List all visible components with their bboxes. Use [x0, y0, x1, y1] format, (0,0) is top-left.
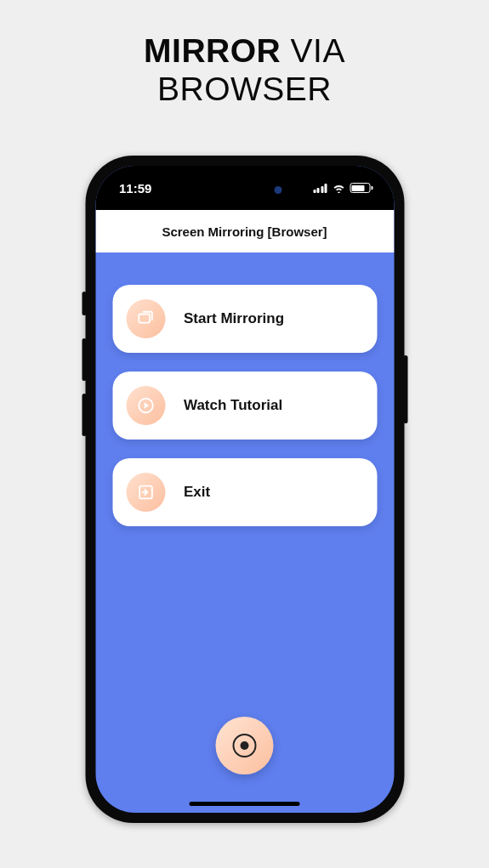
play-icon — [126, 386, 165, 425]
home-indicator — [190, 802, 300, 806]
record-button[interactable] — [216, 717, 274, 774]
promo-heading: MIRROR VIA BROWSER — [0, 0, 489, 109]
phone-side-button — [82, 292, 86, 315]
watch-tutorial-button[interactable]: Watch Tutorial — [112, 372, 377, 440]
card-label: Watch Tutorial — [184, 397, 282, 414]
svg-rect-0 — [139, 315, 150, 323]
app-title: Screen Mirroring [Browser] — [162, 224, 327, 239]
app-header: Screen Mirroring [Browser] — [95, 210, 394, 252]
phone-side-button — [403, 355, 407, 423]
cast-icon — [126, 299, 165, 338]
heading-rest: VIA — [281, 32, 345, 69]
phone-screen: 11:59 Screen Mirroring [Browser] — [95, 166, 394, 813]
card-label: Exit — [184, 484, 210, 501]
start-mirroring-button[interactable]: Start Mirroring — [112, 285, 377, 353]
heading-bold: MIRROR — [144, 32, 281, 69]
status-time: 11:59 — [119, 181, 151, 196]
phone-side-button — [82, 394, 86, 436]
menu-list: Start Mirroring Watch Tutorial Exit — [95, 285, 394, 545]
camera-dot — [275, 186, 282, 194]
record-icon — [233, 734, 257, 757]
phone-side-button — [82, 338, 86, 381]
card-label: Start Mirroring — [184, 310, 284, 327]
exit-button[interactable]: Exit — [112, 458, 377, 526]
signal-icon — [313, 184, 327, 193]
wifi-icon — [332, 181, 345, 196]
heading-line2: BROWSER — [157, 71, 332, 107]
exit-icon — [126, 473, 165, 512]
dynamic-island — [197, 176, 293, 204]
phone-frame: 11:59 Screen Mirroring [Browser] — [85, 156, 404, 823]
status-indicators — [313, 181, 370, 196]
battery-icon — [350, 183, 370, 193]
